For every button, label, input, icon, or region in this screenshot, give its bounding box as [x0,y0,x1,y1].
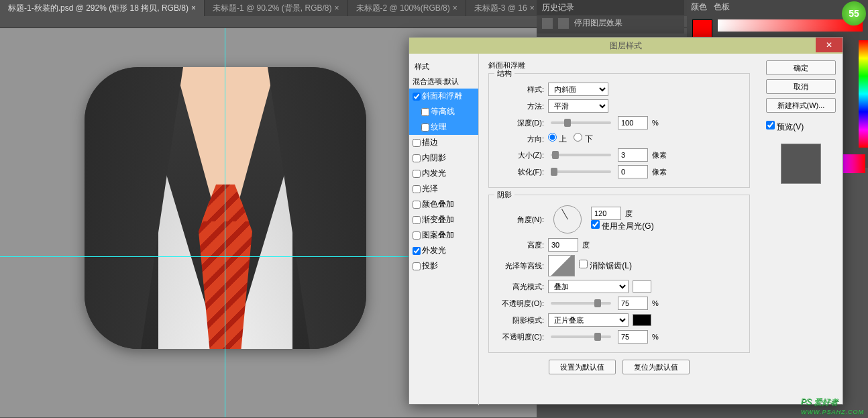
depth-input[interactable] [618,116,648,129]
history-item[interactable]: 停用图层效果 [537,15,684,31]
history-tab[interactable]: 历史记录 [537,0,684,15]
cancel-button[interactable]: 取消 [766,79,836,94]
set-default-button[interactable]: 设置为默认值 [549,360,616,374]
style-item[interactable]: 纹理 [409,119,478,135]
style-checkbox[interactable] [413,247,421,255]
badge: 55 [842,1,866,25]
watermark: PS 爱好者 WWW.PSAHZ.COM [801,390,864,415]
doc-tab-4[interactable]: 未标题-3 @ 16× [466,0,543,16]
style-checkbox[interactable] [421,123,429,132]
suit-icon-artwork [85,67,366,349]
shadow-mode-select[interactable]: 正片叠底 [548,313,629,327]
doc-tab-1[interactable]: 标题-1-秋装的.psd @ 292% (矩形 18 拷贝, RGB/8)× [0,0,205,16]
highlight-opacity-input[interactable] [618,297,648,310]
layer-icon [558,18,569,29]
angle-dial[interactable] [553,205,582,233]
structure-fieldset: 结构 样式:内斜面 方法:平滑 深度(D):% 方向: 上 下 大小(Z):像素… [488,73,750,188]
hue-strip[interactable] [859,40,868,148]
style-checkbox[interactable] [413,231,421,240]
settings-panel: 斜面和浮雕 结构 样式:内斜面 方法:平滑 深度(D):% 方向: 上 下 大小… [479,54,759,405]
method-select[interactable]: 平滑 [548,99,608,113]
dialog-buttons: 确定 取消 新建样式(W)... 预览(V) [759,54,843,405]
preview-thumbnail [781,144,821,184]
ok-button[interactable]: 确定 [766,60,836,75]
style-item[interactable]: 斜面和浮雕 [409,89,478,104]
style-item[interactable]: 等高线 [409,104,478,119]
style-item[interactable]: 内发光 [409,166,478,181]
antialias-checkbox[interactable]: 消除锯齿(L) [579,260,632,272]
style-checkbox[interactable] [421,108,429,116]
style-checkbox[interactable] [413,201,421,209]
highlight-color[interactable] [633,280,651,293]
section-title: 斜面和浮雕 [488,60,750,70]
size-slider[interactable] [551,154,611,156]
style-checkbox[interactable] [413,154,421,162]
guide-vertical[interactable] [225,28,225,417]
style-checkbox[interactable] [413,185,421,193]
highlight-opacity-slider[interactable] [551,302,611,305]
shadow-opacity-input[interactable] [618,330,648,344]
close-icon[interactable]: × [335,3,339,13]
shading-fieldset: 阴影 角度(N): 度 使用全局光(G) 高度:度 光泽等高线: 消除锯齿(L)… [488,195,750,353]
styles-header: 样式 [409,59,478,74]
style-checkbox[interactable] [413,262,421,270]
styles-list: 样式 混合选项:默认 斜面和浮雕等高线纹理描边内阴影内发光光泽颜色叠加渐变叠加图… [409,54,479,405]
altitude-input[interactable] [548,238,578,252]
style-item[interactable]: 投影 [409,258,478,274]
style-item[interactable]: 颜色叠加 [409,197,478,212]
blend-options[interactable]: 混合选项:默认 [409,74,478,89]
gloss-contour[interactable] [548,255,575,276]
preview-checkbox[interactable]: 预览(V) [766,121,836,133]
soften-input[interactable] [618,165,648,178]
new-style-button[interactable]: 新建样式(W)... [766,98,836,113]
style-checkbox[interactable] [413,170,421,178]
depth-slider[interactable] [551,121,611,124]
close-button[interactable]: ✕ [816,38,843,52]
global-light-checkbox[interactable]: 使用全局光(G) [591,221,654,231]
dialog-titlebar[interactable]: 图层样式 ✕ [409,38,843,54]
reset-default-button[interactable]: 复位为默认值 [622,360,690,374]
shadow-opacity-slider[interactable] [551,335,611,338]
swatches-tab[interactable]: 色板 [714,1,730,13]
close-icon[interactable]: × [453,3,457,13]
doc-tab-2[interactable]: 未标题-1 @ 90.2% (背景, RGB/8)× [205,0,348,16]
size-input[interactable] [618,148,648,162]
color-slider[interactable] [718,19,863,32]
close-icon[interactable]: × [191,3,196,13]
style-checkbox[interactable] [413,93,421,101]
direction-up[interactable]: 上 [548,133,567,145]
style-checkbox[interactable] [413,139,421,147]
highlight-mode-select[interactable]: 叠加 [548,280,629,293]
style-item[interactable]: 描边 [409,135,478,150]
doc-tab-3[interactable]: 未标题-2 @ 100%(RGB/8)× [348,0,466,16]
history-panel: 历史记录 停用图层效果 [537,0,684,34]
style-checkbox[interactable] [413,216,421,224]
layer-icon [542,18,553,29]
shadow-color[interactable] [633,314,651,326]
style-item[interactable]: 渐变叠加 [409,212,478,227]
style-item[interactable]: 图案叠加 [409,227,478,243]
soften-slider[interactable] [551,170,611,173]
direction-down[interactable]: 下 [574,133,592,145]
close-icon[interactable]: × [530,3,535,13]
layer-style-dialog: 图层样式 ✕ 样式 混合选项:默认 斜面和浮雕等高线纹理描边内阴影内发光光泽颜色… [409,37,843,405]
angle-input[interactable] [591,207,621,220]
style-item[interactable]: 光泽 [409,181,478,197]
color-tab[interactable]: 颜色 [691,1,707,13]
style-item[interactable]: 内阴影 [409,150,478,166]
style-item[interactable]: 外发光 [409,243,478,258]
style-select[interactable]: 内斜面 [548,83,608,96]
